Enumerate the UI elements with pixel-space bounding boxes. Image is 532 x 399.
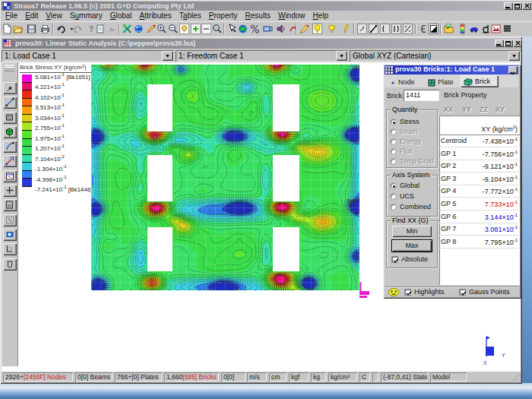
svg-text:zz: zz bbox=[109, 26, 115, 33]
svg-text:Y: Y bbox=[502, 353, 505, 358]
svg-text:H: H bbox=[8, 203, 11, 208]
svg-text:X: X bbox=[483, 360, 487, 366]
svg-text:?: ? bbox=[89, 25, 93, 33]
